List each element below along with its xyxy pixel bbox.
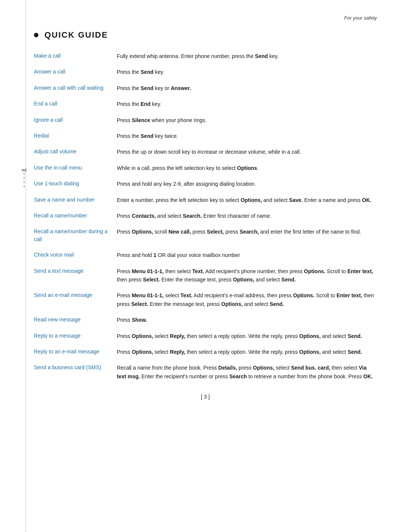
item-description: Press the Send key twice. xyxy=(117,130,377,142)
item-label: Ignore a call xyxy=(34,114,117,126)
row-spacer xyxy=(34,342,377,346)
row-spacer xyxy=(34,245,377,249)
row-spacer xyxy=(34,286,377,289)
item-label: End a call xyxy=(34,98,117,110)
row-spacer xyxy=(34,78,377,82)
table-row: Check voice mailPress and hold 1 OR dial… xyxy=(34,249,377,261)
item-description: Press Menu 01-1-1, then select Text. Add… xyxy=(117,265,377,286)
item-description: Press and hold any key 2-9, after assign… xyxy=(117,178,377,190)
row-spacer xyxy=(34,261,377,265)
table-row: Recall a name/number during a callPress … xyxy=(34,226,377,245)
item-label: Send a text message xyxy=(34,265,117,286)
item-description: Press the up or down scroll key to incre… xyxy=(117,146,377,158)
item-label: Adjust call volume xyxy=(34,146,117,158)
table-row: Reply to an e-mail messagePress Options,… xyxy=(34,346,377,358)
table-row: Use 1-touch dialingPress and hold any ke… xyxy=(34,178,377,190)
item-label: Reply to a message xyxy=(34,330,117,342)
row-spacer xyxy=(34,126,377,130)
table-row: Ignore a callPress Silence when your pho… xyxy=(34,114,377,126)
table-row: End a callPress the End key. xyxy=(34,98,377,110)
item-label: Make a call xyxy=(34,50,117,62)
table-row: Recall a name/numberPress Contacts, and … xyxy=(34,210,377,222)
item-description: Press Show. xyxy=(117,314,377,326)
item-label: Use the in-call menu xyxy=(34,162,117,174)
item-description: Press the Send key. xyxy=(117,66,377,78)
item-label: Recall a name/number xyxy=(34,210,117,222)
row-spacer xyxy=(34,142,377,146)
item-label: Use 1-touch dialing xyxy=(34,178,117,190)
item-description: Press Options, scroll New call, press Se… xyxy=(117,226,377,245)
row-spacer xyxy=(34,62,377,66)
item-description: Recall a name from the phone book. Press… xyxy=(117,362,377,382)
item-description: Press Contacts, and select Search. Enter… xyxy=(117,210,377,222)
page-content: QUICK GUIDE Make a callFully extend whip… xyxy=(34,0,377,407)
page-title-section: QUICK GUIDE xyxy=(34,30,377,40)
item-description: Enter a number, press the left selection… xyxy=(117,194,377,206)
row-spacer xyxy=(34,94,377,98)
item-label: Answer a call xyxy=(34,66,117,78)
row-spacer xyxy=(34,158,377,162)
table-row: Send a text messagePress Menu 01-1-1, th… xyxy=(34,265,377,286)
item-description: Press Menu 01-1-1, select Text. Add reci… xyxy=(117,289,377,310)
row-spacer xyxy=(34,174,377,178)
table-row: Save a name and numberEnter a number, pr… xyxy=(34,194,377,206)
item-label: Send an e-mail message xyxy=(34,289,117,310)
table-row: Use the in-call menuWhile in a call, pre… xyxy=(34,162,377,174)
row-spacer xyxy=(34,310,377,314)
item-label: Redial xyxy=(34,130,117,142)
item-description: Press Silence when your phone rings. xyxy=(117,114,377,126)
page-title: QUICK GUIDE xyxy=(44,30,108,40)
table-row: Answer a call with call waitingPress the… xyxy=(34,82,377,94)
item-label: Read new message xyxy=(34,314,117,326)
item-description: Press the Send key or Answer. xyxy=(117,82,377,94)
item-label: Reply to an e-mail message xyxy=(34,346,117,358)
item-label: Recall a name/number during a call xyxy=(34,226,117,245)
row-spacer xyxy=(34,222,377,226)
guide-table: Make a callFully extend whip antenna. En… xyxy=(34,50,377,382)
item-label: Check voice mail xyxy=(34,249,117,261)
row-spacer xyxy=(34,326,377,330)
row-spacer xyxy=(34,190,377,194)
row-spacer xyxy=(34,110,377,114)
item-description: Press and hold 1 OR dial your voice mail… xyxy=(117,249,377,261)
item-description: Fully extend whip antenna. Enter phone n… xyxy=(117,50,377,62)
item-label: Answer a call with call waiting xyxy=(34,82,117,94)
item-label: Send a business card (SMS) xyxy=(34,362,117,382)
row-spacer xyxy=(34,206,377,210)
table-row: Reply to a messagePress Options, select … xyxy=(34,330,377,342)
bullet-dot xyxy=(34,33,38,37)
item-description: Press Options, select Reply, then select… xyxy=(117,330,377,342)
table-row: Send a business card (SMS)Recall a name … xyxy=(34,362,377,382)
table-row: Send an e-mail messagePress Menu 01-1-1,… xyxy=(34,289,377,310)
page-number: [ 3 ] xyxy=(34,394,377,407)
table-row: Answer a callPress the Send key. xyxy=(34,66,377,78)
item-description: Press Options, select Reply, then select… xyxy=(117,346,377,358)
table-row: Read new messagePress Show. xyxy=(34,314,377,326)
cut-dashes xyxy=(24,173,24,188)
page-border xyxy=(26,0,26,532)
item-description: Press the End key. xyxy=(117,98,377,110)
item-description: While in a call, press the left selectio… xyxy=(117,162,377,174)
header-safety: For your safety xyxy=(344,15,377,21)
table-row: Adjust call volumePress the up or down s… xyxy=(34,146,377,158)
item-label: Save a name and number xyxy=(34,194,117,206)
table-row: Make a callFully extend whip antenna. En… xyxy=(34,50,377,62)
table-row: RedialPress the Send key twice. xyxy=(34,130,377,142)
row-spacer xyxy=(34,358,377,362)
